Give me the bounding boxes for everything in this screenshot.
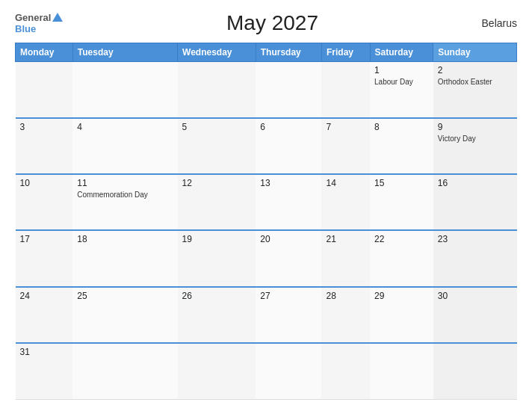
- day-cell: [72, 343, 177, 399]
- page-header: General Blue May 2027 Belarus: [15, 11, 517, 35]
- header-monday: Monday: [16, 43, 73, 62]
- day-number: 4: [77, 122, 173, 132]
- logo-general: General: [15, 12, 63, 23]
- day-cell: [16, 62, 73, 118]
- calendar-week-row: 1011Commemoration Day1213141516: [16, 174, 517, 230]
- day-cell: 20: [256, 230, 321, 286]
- day-cell: 31: [16, 343, 73, 399]
- day-cell: 3: [16, 118, 73, 174]
- logo-blue-text: Blue: [15, 23, 36, 34]
- day-number: 21: [326, 234, 365, 244]
- calendar-week-row: 17181920212223: [16, 230, 517, 286]
- holiday-label: Commemoration Day: [77, 190, 173, 200]
- day-number: 25: [77, 291, 173, 301]
- day-cell: 28: [321, 287, 370, 343]
- holiday-label: Labour Day: [374, 77, 429, 87]
- header-friday: Friday: [321, 43, 370, 62]
- day-number: 1: [374, 65, 429, 75]
- day-number: 5: [182, 122, 252, 132]
- day-cell: 30: [433, 287, 517, 343]
- day-number: 2: [438, 65, 513, 75]
- day-number: 12: [182, 178, 252, 188]
- logo-triangle-icon: [52, 13, 63, 22]
- day-number: 17: [20, 234, 69, 244]
- day-number: 18: [77, 234, 173, 244]
- calendar-table: Monday Tuesday Wednesday Thursday Friday…: [15, 43, 517, 400]
- day-cell: 7: [321, 118, 370, 174]
- day-cell: 21: [321, 230, 370, 286]
- day-cell: [433, 343, 517, 399]
- day-cell: [321, 62, 370, 118]
- day-number: 9: [438, 122, 513, 132]
- header-saturday: Saturday: [370, 43, 433, 62]
- day-number: 28: [326, 291, 365, 301]
- month-title: May 2027: [226, 11, 318, 35]
- day-number: 15: [374, 178, 429, 188]
- day-number: 27: [260, 291, 317, 301]
- day-cell: 9Victory Day: [433, 118, 517, 174]
- header-thursday: Thursday: [256, 43, 321, 62]
- day-cell: 27: [256, 287, 321, 343]
- day-cell: [178, 343, 256, 399]
- holiday-label: Victory Day: [438, 134, 513, 143]
- holiday-label: Orthodox Easter: [438, 77, 513, 87]
- day-cell: 11Commemoration Day: [72, 174, 177, 230]
- calendar-page: General Blue May 2027 Belarus Monday Tue…: [0, 0, 532, 411]
- day-number: 26: [182, 291, 252, 301]
- day-number: 22: [374, 234, 429, 244]
- day-cell: 23: [433, 230, 517, 286]
- day-number: 14: [326, 178, 365, 188]
- day-cell: 10: [16, 174, 73, 230]
- day-number: 10: [20, 178, 69, 188]
- day-cell: 26: [178, 287, 256, 343]
- day-number: 30: [438, 291, 513, 301]
- day-cell: 2Orthodox Easter: [433, 62, 517, 118]
- day-number: 8: [374, 122, 429, 132]
- day-cell: 17: [16, 230, 73, 286]
- country-label: Belarus: [482, 17, 517, 29]
- weekday-header-row: Monday Tuesday Wednesday Thursday Friday…: [16, 43, 517, 62]
- day-number: 13: [260, 178, 317, 188]
- day-cell: 15: [370, 174, 433, 230]
- day-number: 3: [20, 122, 69, 132]
- day-cell: 1Labour Day: [370, 62, 433, 118]
- day-number: 19: [182, 234, 252, 244]
- calendar-week-row: 31: [16, 343, 517, 399]
- day-number: 20: [260, 234, 317, 244]
- day-cell: 19: [178, 230, 256, 286]
- calendar-week-row: 3456789Victory Day: [16, 118, 517, 174]
- day-cell: 24: [16, 287, 73, 343]
- day-number: 7: [326, 122, 365, 132]
- day-cell: [72, 62, 177, 118]
- day-cell: 5: [178, 118, 256, 174]
- day-cell: 22: [370, 230, 433, 286]
- day-number: 16: [438, 178, 513, 188]
- day-cell: [370, 343, 433, 399]
- calendar-week-row: 1Labour Day2Orthodox Easter: [16, 62, 517, 118]
- day-cell: 14: [321, 174, 370, 230]
- day-number: 6: [260, 122, 317, 132]
- calendar-week-row: 24252627282930: [16, 287, 517, 343]
- logo: General Blue: [15, 12, 63, 34]
- day-cell: 18: [72, 230, 177, 286]
- day-cell: 4: [72, 118, 177, 174]
- header-wednesday: Wednesday: [178, 43, 256, 62]
- day-cell: 25: [72, 287, 177, 343]
- logo-general-text: General: [15, 12, 51, 23]
- day-cell: 8: [370, 118, 433, 174]
- day-cell: 12: [178, 174, 256, 230]
- day-number: 31: [20, 347, 69, 357]
- day-cell: [256, 343, 321, 399]
- day-number: 24: [20, 291, 69, 301]
- day-number: 23: [438, 234, 513, 244]
- day-cell: 13: [256, 174, 321, 230]
- day-cell: 6: [256, 118, 321, 174]
- day-cell: 29: [370, 287, 433, 343]
- day-cell: [178, 62, 256, 118]
- header-tuesday: Tuesday: [72, 43, 177, 62]
- day-cell: [321, 343, 370, 399]
- day-cell: 16: [433, 174, 517, 230]
- day-number: 29: [374, 291, 429, 301]
- header-sunday: Sunday: [433, 43, 517, 62]
- day-cell: [256, 62, 321, 118]
